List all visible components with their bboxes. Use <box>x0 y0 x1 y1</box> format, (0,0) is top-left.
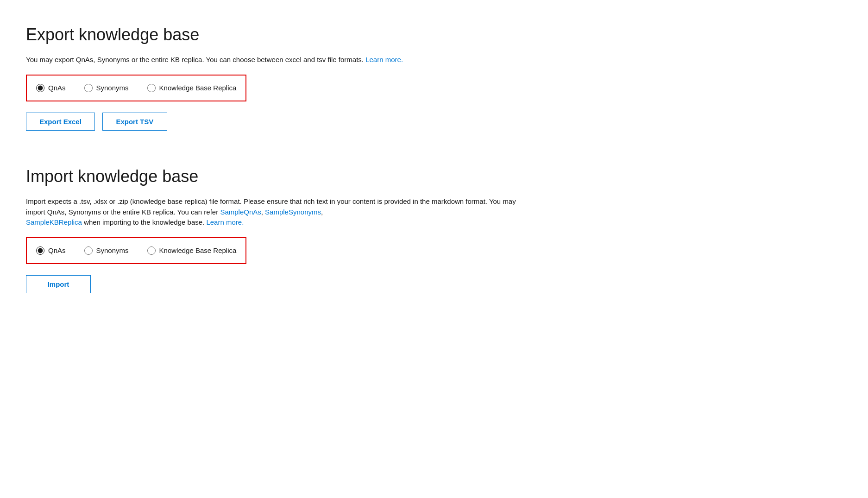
export-kb-replica-radio[interactable] <box>147 84 156 92</box>
import-qnas-label: QnAs <box>48 246 66 256</box>
sample-qnas-link[interactable]: SampleQnAs <box>220 208 261 216</box>
export-kb-replica-label: Knowledge Base Replica <box>159 83 237 94</box>
sample-synonyms-link[interactable]: SampleSynonyms <box>265 208 321 216</box>
import-section: Import knowledge base Import expects a .… <box>26 164 842 293</box>
export-qnas-radio[interactable] <box>36 84 44 92</box>
export-description: You may export QnAs, Synonyms or the ent… <box>26 55 443 65</box>
export-synonyms-option[interactable]: Synonyms <box>84 83 129 94</box>
import-kb-replica-option[interactable]: Knowledge Base Replica <box>147 246 237 256</box>
export-learn-more-link[interactable]: Learn more. <box>365 56 403 63</box>
export-section: Export knowledge base You may export QnA… <box>26 22 842 131</box>
export-kb-replica-option[interactable]: Knowledge Base Replica <box>147 83 237 94</box>
import-title: Import knowledge base <box>26 164 842 189</box>
sample-kb-replica-link[interactable]: SampleKBReplica <box>26 218 82 226</box>
import-qnas-radio[interactable] <box>36 246 44 255</box>
import-learn-more-link[interactable]: Learn more. <box>206 218 244 226</box>
import-description: Import expects a .tsv, .xlsx or .zip (kn… <box>26 196 535 228</box>
export-synonyms-label: Synonyms <box>96 83 129 94</box>
export-title: Export knowledge base <box>26 22 842 47</box>
import-button-group: Import <box>26 275 842 293</box>
export-button-group: Export Excel Export TSV <box>26 113 842 131</box>
import-qnas-option[interactable]: QnAs <box>36 246 66 256</box>
import-radio-group: QnAs Synonyms Knowledge Base Replica <box>26 237 246 265</box>
export-radio-group: QnAs Synonyms Knowledge Base Replica <box>26 75 246 102</box>
export-qnas-option[interactable]: QnAs <box>36 83 66 94</box>
export-qnas-label: QnAs <box>48 83 66 94</box>
import-button[interactable]: Import <box>26 275 91 293</box>
export-tsv-button[interactable]: Export TSV <box>102 113 167 131</box>
import-desc-part2: when importing to the knowledge base. <box>84 218 204 226</box>
import-synonyms-option[interactable]: Synonyms <box>84 246 129 256</box>
import-kb-replica-radio[interactable] <box>147 246 156 255</box>
import-kb-replica-label: Knowledge Base Replica <box>159 246 237 256</box>
export-excel-button[interactable]: Export Excel <box>26 113 95 131</box>
import-synonyms-radio[interactable] <box>84 246 93 255</box>
export-synonyms-radio[interactable] <box>84 84 93 92</box>
import-synonyms-label: Synonyms <box>96 246 129 256</box>
